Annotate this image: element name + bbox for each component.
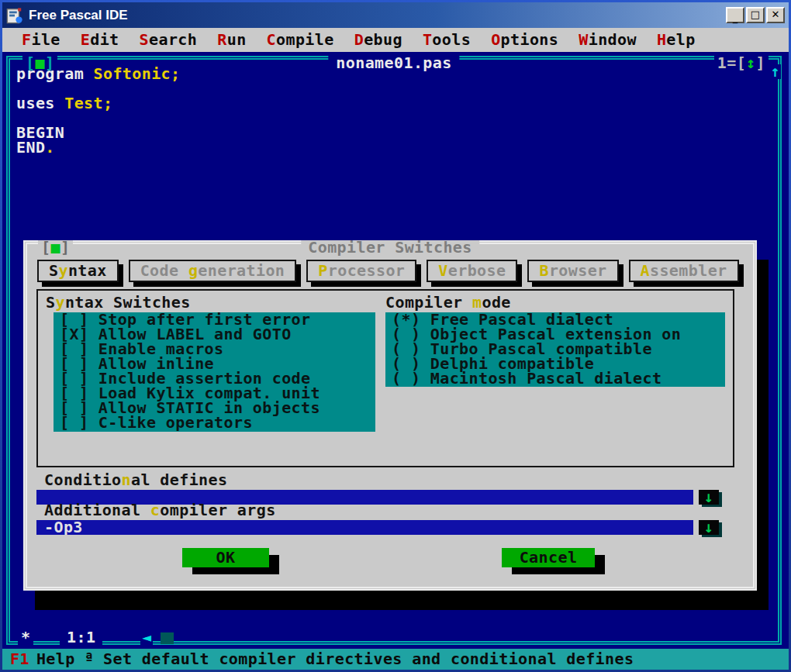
dialog-close-button[interactable]: [■] xyxy=(38,240,73,255)
editor-zoom-badge[interactable]: 1=[↕] xyxy=(714,56,769,71)
code-line: program Softonic; xyxy=(16,67,181,81)
syntax-switches-label: Syntax Switches xyxy=(46,295,191,310)
cursor-position: 1:1 xyxy=(60,630,102,645)
menu-item-compile[interactable]: Compile xyxy=(257,33,344,47)
tab-browser[interactable]: Browser xyxy=(527,260,618,282)
menu-item-debug[interactable]: Debug xyxy=(344,33,413,47)
additional-compiler-args-label: Additional compiler args xyxy=(44,503,276,518)
close-button[interactable]: ✕ xyxy=(766,7,785,23)
app-icon-graphic xyxy=(6,7,23,24)
ok-button[interactable]: OK xyxy=(182,548,269,567)
scroll-left-icon[interactable]: ◄ xyxy=(140,630,153,645)
conditional-defines-history-button[interactable]: ↓ xyxy=(699,490,719,505)
status-f1-key[interactable]: F1 xyxy=(10,652,29,667)
scroll-up-icon[interactable]: ↑ xyxy=(770,64,781,79)
status-hint: Set default compiler directives and cond… xyxy=(103,652,634,667)
compiler-switches-dialog: [■] Compiler Switches Syntax Code genera… xyxy=(23,240,757,591)
window-title: Free Pascal IDE xyxy=(29,8,128,23)
menu-item-file[interactable]: File xyxy=(12,33,71,47)
window-titlebar[interactable]: Free Pascal IDE _ □ ✕ xyxy=(2,2,789,28)
menu-item-edit[interactable]: Edit xyxy=(71,33,130,47)
close-icon: ✕ xyxy=(772,9,780,20)
menu-bar: File Edit Search Run Compile Debug Tools… xyxy=(2,28,789,52)
additional-compiler-args-input[interactable]: -Op3 xyxy=(36,520,693,535)
tab-assembler[interactable]: Assembler xyxy=(629,260,739,282)
menu-item-run[interactable]: Run xyxy=(207,33,256,47)
window-controls: _ □ ✕ xyxy=(726,7,789,23)
compiler-mode-label: Compiler mode xyxy=(385,295,511,310)
tab-processor[interactable]: Processor xyxy=(306,260,416,282)
status-separator: ª xyxy=(85,652,94,667)
menu-item-tools[interactable]: Tools xyxy=(413,33,481,47)
minimize-icon: _ xyxy=(733,12,738,23)
menu-item-help[interactable]: Help xyxy=(647,33,706,47)
menu-item-options[interactable]: Options xyxy=(481,33,568,47)
conditional-defines-label: Conditional defines xyxy=(44,473,227,488)
additional-args-history-button[interactable]: ↓ xyxy=(699,520,719,535)
syntax-switches-list: [ ] Stop after first error [X] Allow LAB… xyxy=(54,312,375,432)
cancel-button[interactable]: Cancel xyxy=(502,548,595,567)
history-down-icon: ↓ xyxy=(704,488,713,506)
code-area[interactable]: program Softonic; uses Test; BEGIN END. xyxy=(16,67,181,155)
tab-code-generation[interactable]: Code generation xyxy=(129,260,297,282)
dialog-tabs: Syntax Code generation Processor Verbose… xyxy=(37,260,739,282)
radio-macintosh-pascal-dialect[interactable]: ( ) Macintosh Pascal dialect xyxy=(392,371,725,386)
editor-title: noname01.pas xyxy=(328,56,459,71)
app-window: Free Pascal IDE _ □ ✕ File Edit Search R… xyxy=(0,0,791,672)
zoom-icon: ↕ xyxy=(746,53,755,72)
ide-desktop: [■] noname01.pas 1=[↕] ↑ program Softoni… xyxy=(2,52,789,670)
checkbox-c-like-operators[interactable]: [ ] C-like operators xyxy=(60,415,375,430)
status-bar: F1 Help ª Set default compiler directive… xyxy=(2,649,789,670)
menu-item-window[interactable]: Window xyxy=(568,33,647,47)
tab-verbose[interactable]: Verbose xyxy=(427,260,517,282)
tab-syntax[interactable]: Syntax xyxy=(37,260,119,282)
app-icon[interactable] xyxy=(6,7,23,24)
modified-indicator: * xyxy=(18,630,33,645)
code-line: END. xyxy=(16,140,181,155)
compiler-mode-list: (*) Free Pascal dialect ( ) Object Pasca… xyxy=(385,312,725,387)
dialog-title: Compiler Switches xyxy=(301,240,479,255)
status-help-label[interactable]: Help xyxy=(36,652,75,667)
maximize-button[interactable]: □ xyxy=(746,7,765,23)
menu-item-search[interactable]: Search xyxy=(130,33,208,47)
tab-content-panel: Syntax Switches Compiler mode [ ] Stop a… xyxy=(36,289,734,467)
maximize-icon: □ xyxy=(751,9,760,20)
dialog-close-icon: ■ xyxy=(50,238,60,257)
code-line: uses Test; xyxy=(16,96,181,111)
minimize-button[interactable]: _ xyxy=(726,7,744,23)
scrollbar-thumb[interactable] xyxy=(161,632,174,644)
history-down-icon: ↓ xyxy=(704,518,713,536)
